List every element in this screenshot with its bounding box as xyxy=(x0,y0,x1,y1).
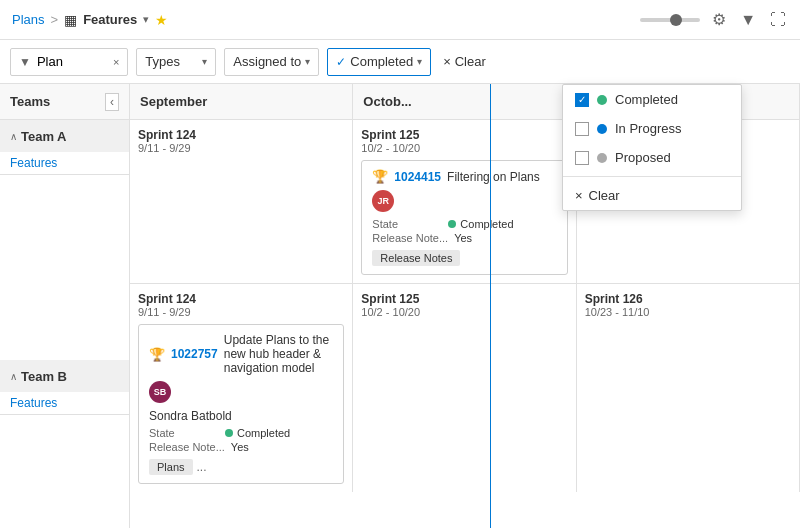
assigned-filter-label: Assigned to xyxy=(233,54,301,69)
slider-thumb xyxy=(670,14,682,26)
card-b-release-label: Release Note... xyxy=(149,441,225,453)
avatar-initials: JR xyxy=(378,196,390,206)
state-text: Completed xyxy=(460,218,513,230)
settings-icon[interactable]: ⚙ xyxy=(710,8,728,31)
inprogress-checkbox[interactable] xyxy=(575,122,589,136)
completed-checkbox[interactable] xyxy=(575,93,589,107)
completed-dropdown-menu: Completed In Progress Proposed × Clear xyxy=(562,84,742,211)
card-tag-more-icon[interactable]: ... xyxy=(197,460,207,474)
card-tag-plans[interactable]: Plans xyxy=(149,459,193,475)
month-october-header: Octob... xyxy=(353,84,576,119)
card-b-release-field: Release Note... Yes xyxy=(149,441,333,453)
proposed-status-dot xyxy=(597,153,607,163)
card-avatar-1024415: JR xyxy=(372,190,394,212)
team-a-chevron-icon: ∧ xyxy=(10,131,17,142)
team-b-chevron-icon: ∧ xyxy=(10,371,17,382)
card-b-state-value: Completed xyxy=(225,427,290,439)
teams-sidebar: Teams ‹ ∧ Team A Features ∧ Team B Featu… xyxy=(0,84,130,528)
clear-x-icon: × xyxy=(443,54,451,69)
plan-filter-clear-icon[interactable]: × xyxy=(113,56,119,68)
breadcrumb: Plans > ▦ Features ▾ ★ xyxy=(12,12,168,28)
assigned-filter-dropdown[interactable]: Assigned to ▾ xyxy=(224,48,319,76)
breadcrumb-features[interactable]: Features xyxy=(83,12,137,27)
features-chevron-icon[interactable]: ▾ xyxy=(143,13,149,26)
assigned-chevron-icon: ▾ xyxy=(305,56,310,67)
card-release-field: Release Note... Yes xyxy=(372,232,556,244)
zoom-slider[interactable] xyxy=(640,18,700,22)
dropdown-clear-button[interactable]: × Clear xyxy=(563,181,741,210)
breadcrumb-plans[interactable]: Plans xyxy=(12,12,45,27)
team-b-sprint-125-cell: Sprint 125 10/2 - 10/20 xyxy=(353,284,576,492)
team-b-name: Team B xyxy=(21,369,67,384)
filter-clear-button[interactable]: × Clear xyxy=(443,54,486,69)
card-b-tag-row: Plans ... xyxy=(149,459,333,475)
card-b-release-value: Yes xyxy=(231,441,249,453)
slider-track xyxy=(640,18,700,22)
team-b-row: Sprint 124 9/11 - 9/29 🏆 1022757 Update … xyxy=(130,284,800,492)
completed-chevron-icon: ▾ xyxy=(417,56,422,67)
timeline-line xyxy=(490,84,491,528)
card-title-1022757: Update Plans to the new hub header & nav… xyxy=(224,333,334,375)
card-id-1024415[interactable]: 1024415 xyxy=(394,170,441,184)
team-a-sprint-124-dates: 9/11 - 9/29 xyxy=(138,142,344,154)
plan-filter-chip[interactable]: ▼ × xyxy=(10,48,128,76)
team-a-header[interactable]: ∧ Team A xyxy=(0,120,129,152)
types-chevron-icon: ▾ xyxy=(202,56,207,67)
proposed-option-label: Proposed xyxy=(615,150,671,165)
state-dot-icon xyxy=(448,220,456,228)
card-tag-release-notes[interactable]: Release Notes xyxy=(372,250,460,266)
card-avatar-1022757: SB xyxy=(149,381,171,403)
filter-bar: ▼ × Types ▾ Assigned to ▾ ✓ Completed ▾ … xyxy=(0,40,800,84)
card-release-label: Release Note... xyxy=(372,232,448,244)
dropdown-item-inprogress[interactable]: In Progress xyxy=(563,114,741,143)
team-a-sprint-125-label: Sprint 125 xyxy=(361,128,567,142)
team-b-header[interactable]: ∧ Team B xyxy=(0,360,129,392)
dropdown-item-completed[interactable]: Completed xyxy=(563,85,741,114)
types-filter-dropdown[interactable]: Types ▾ xyxy=(136,48,216,76)
dropdown-clear-label: Clear xyxy=(589,188,620,203)
feature-card-1022757: 🏆 1022757 Update Plans to the new hub he… xyxy=(138,324,344,484)
month-september-header: September xyxy=(130,84,353,119)
team-a-name: Team A xyxy=(21,129,67,144)
completed-filter-dropdown[interactable]: ✓ Completed ▾ xyxy=(327,48,431,76)
dropdown-clear-icon: × xyxy=(575,188,583,203)
dropdown-item-proposed[interactable]: Proposed xyxy=(563,143,741,172)
sidebar-header-label: Teams xyxy=(10,94,50,109)
card-b-state-field: State Completed xyxy=(149,427,333,439)
card-title-row: 🏆 1024415 Filtering on Plans xyxy=(372,169,556,184)
team-a-sprint-125-dates: 10/2 - 10/20 xyxy=(361,142,567,154)
state-b-dot-icon xyxy=(225,429,233,437)
breadcrumb-separator: > xyxy=(51,12,59,27)
avatar-b-initials: SB xyxy=(154,387,167,397)
team-b-sprint-126-cell: Sprint 126 10/23 - 11/10 xyxy=(577,284,800,492)
team-a-features-link[interactable]: Features xyxy=(0,152,129,174)
card-title-1024415: Filtering on Plans xyxy=(447,170,540,184)
team-b-features-link[interactable]: Features xyxy=(0,392,129,414)
card-trophy-icon: 🏆 xyxy=(372,169,388,184)
clear-label: Clear xyxy=(455,54,486,69)
favorite-star-icon[interactable]: ★ xyxy=(155,12,168,28)
inprogress-status-dot xyxy=(597,124,607,134)
team-b-sprint-124-dates: 9/11 - 9/29 xyxy=(138,306,344,318)
sidebar-collapse-button[interactable]: ‹ xyxy=(105,93,119,111)
state-b-text: Completed xyxy=(237,427,290,439)
completed-filter-label: Completed xyxy=(350,54,413,69)
card-id-1022757[interactable]: 1022757 xyxy=(171,347,218,361)
top-bar: Plans > ▦ Features ▾ ★ ⚙ ▼ ⛶ xyxy=(0,0,800,40)
completed-option-label: Completed xyxy=(615,92,678,107)
card-state-value: Completed xyxy=(448,218,513,230)
team-a-section: ∧ Team A Features xyxy=(0,120,129,175)
completed-check-icon: ✓ xyxy=(336,55,346,69)
completed-status-dot xyxy=(597,95,607,105)
filter-icon[interactable]: ▼ xyxy=(738,9,758,31)
card-state-label: State xyxy=(372,218,442,230)
plan-filter-input[interactable] xyxy=(37,54,107,69)
team-b-sprint-126-label: Sprint 126 xyxy=(585,292,791,306)
card-release-value: Yes xyxy=(454,232,472,244)
dropdown-divider xyxy=(563,176,741,177)
inprogress-option-label: In Progress xyxy=(615,121,681,136)
team-b-section: ∧ Team B Features xyxy=(0,360,129,415)
fullscreen-icon[interactable]: ⛶ xyxy=(768,9,788,31)
card-b-avatar-name: Sondra Batbold xyxy=(149,409,333,423)
proposed-checkbox[interactable] xyxy=(575,151,589,165)
